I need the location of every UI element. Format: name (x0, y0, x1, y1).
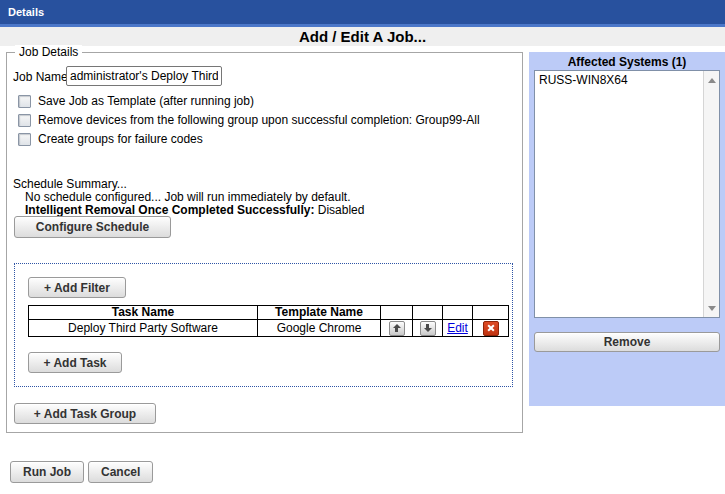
edit-cell: Edit (443, 320, 473, 337)
move-down-button[interactable] (420, 321, 436, 336)
affected-systems-listbox[interactable]: RUSS-WIN8X64 (534, 70, 720, 318)
col-edit (443, 306, 473, 320)
col-template-name: Template Name (258, 306, 381, 320)
failure-groups-row: Create groups for failure codes (18, 131, 203, 147)
remove-devices-checkbox[interactable] (18, 114, 31, 127)
delete-task-icon[interactable] (483, 321, 499, 336)
intelligent-removal-label: Intelligent Removal Once Completed Succe… (25, 203, 314, 217)
add-filter-button[interactable]: + Add Filter (28, 277, 126, 298)
job-details-fieldset: Job Details Job Name: Save Job as Templa… (6, 52, 523, 433)
add-task-button[interactable]: + Add Task (28, 352, 122, 373)
footer-actions: Run Job Cancel (10, 461, 153, 483)
job-name-label: Job Name: (13, 70, 71, 84)
col-task-name: Task Name (29, 306, 258, 320)
edit-link[interactable]: Edit (447, 321, 468, 335)
arrow-down-icon (424, 324, 432, 332)
move-up-button[interactable] (389, 321, 405, 336)
task-table: Task Name Template Name Deploy Third Par… (28, 305, 509, 337)
page-title: Add / Edit A Job... (0, 27, 725, 47)
scroll-up-button[interactable] (704, 73, 719, 87)
run-job-button[interactable]: Run Job (10, 461, 84, 483)
failure-groups-checkbox[interactable] (18, 133, 31, 146)
col-move-down (413, 306, 443, 320)
schedule-summary-line2: Intelligent Removal Once Completed Succe… (25, 203, 364, 217)
configure-schedule-button[interactable]: Configure Schedule (14, 216, 171, 238)
window-titlebar: Details (0, 0, 725, 27)
move-down-cell (413, 320, 443, 337)
failure-groups-label: Create groups for failure codes (38, 132, 203, 146)
task-row: Deploy Third Party Software Google Chrom… (29, 320, 509, 337)
cancel-button[interactable]: Cancel (88, 461, 153, 483)
scroll-up-icon (708, 78, 716, 83)
col-move-up (381, 306, 413, 320)
task-table-header-row: Task Name Template Name (29, 306, 509, 320)
save-template-row: Save Job as Template (after running job) (18, 93, 254, 109)
affected-system-item[interactable]: RUSS-WIN8X64 (535, 71, 719, 89)
col-delete (473, 306, 509, 320)
job-name-input[interactable] (66, 66, 222, 86)
remove-button[interactable]: Remove (534, 332, 720, 352)
scroll-down-button[interactable] (704, 301, 719, 315)
schedule-summary-line1: No schedule configured... Job will run i… (25, 190, 351, 204)
heading-band: Add / Edit A Job... (0, 27, 725, 46)
arrow-up-icon (393, 324, 401, 332)
affected-systems-panel: Affected Systems (1) RUSS-WIN8X64 Remove (529, 52, 725, 406)
add-task-group-button[interactable]: + Add Task Group (14, 403, 156, 424)
job-details-legend: Job Details (15, 45, 82, 59)
task-name-cell: Deploy Third Party Software (29, 320, 258, 337)
save-template-label: Save Job as Template (after running job) (38, 94, 254, 108)
affected-systems-title: Affected Systems (1) (529, 52, 725, 69)
remove-devices-row: Remove devices from the following group … (18, 112, 480, 128)
listbox-scrollbar[interactable] (703, 71, 719, 317)
delete-cell (473, 320, 509, 337)
move-up-cell (381, 320, 413, 337)
details-window: Details Add / Edit A Job... Job Details … (0, 0, 725, 494)
scroll-down-icon (708, 306, 716, 311)
template-name-cell: Google Chrome (258, 320, 381, 337)
intelligent-removal-value: Disabled (314, 203, 364, 217)
save-template-checkbox[interactable] (18, 95, 31, 108)
task-list-section: + Add Filter Task Name Template Name (14, 263, 513, 387)
remove-devices-label: Remove devices from the following group … (38, 113, 480, 127)
window-title: Details (0, 0, 725, 24)
schedule-summary-title: Schedule Summary... (13, 177, 127, 191)
